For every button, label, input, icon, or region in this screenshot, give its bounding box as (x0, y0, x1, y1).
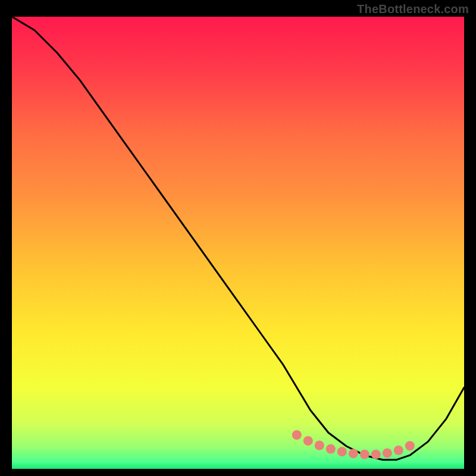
marker-dot (405, 441, 415, 450)
watermark-text: TheBottleneck.com (357, 2, 469, 16)
gradient-background (12, 17, 464, 469)
marker-dot (371, 450, 381, 459)
marker-dot (326, 444, 336, 454)
chart-frame: TheBottleneck.com (0, 0, 476, 476)
marker-dot (394, 446, 403, 455)
chart-plot-area (12, 17, 464, 469)
marker-dot (315, 440, 324, 450)
marker-dot (337, 447, 347, 456)
marker-dot (360, 450, 369, 459)
marker-dot (383, 448, 392, 458)
marker-dot (292, 430, 302, 440)
marker-dot (303, 436, 313, 446)
marker-dot (349, 449, 358, 458)
chart-svg (12, 17, 464, 469)
